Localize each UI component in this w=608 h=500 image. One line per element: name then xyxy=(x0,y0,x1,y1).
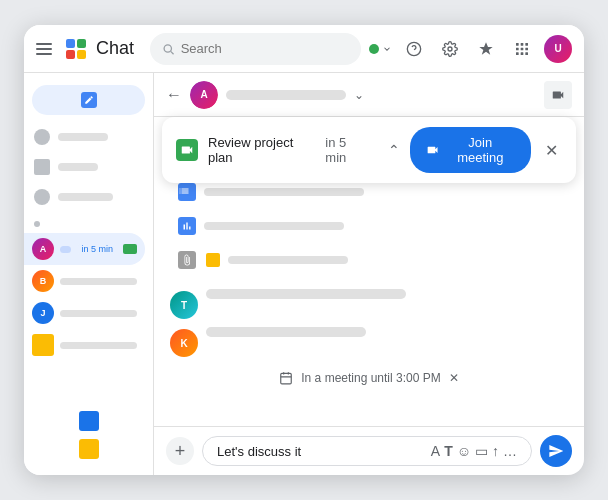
grid-icon[interactable] xyxy=(508,35,536,63)
svg-rect-9 xyxy=(516,43,519,46)
menu-icon[interactable] xyxy=(36,39,56,59)
svg-line-5 xyxy=(171,51,174,54)
chevron-down-icon[interactable]: ⌄ xyxy=(354,88,364,102)
sidebar-chat-item-4[interactable] xyxy=(24,329,145,361)
send-icon xyxy=(548,443,564,459)
status-chevron-icon[interactable] xyxy=(382,44,392,54)
chart-icon xyxy=(178,217,196,235)
message-row-1: T xyxy=(170,289,568,319)
send-button[interactable] xyxy=(540,435,572,467)
messages-area: T K In a meeting until 3:00 PM ✕ xyxy=(154,167,584,426)
message-row-2: K xyxy=(170,327,568,357)
list-icon xyxy=(178,183,196,201)
svg-rect-15 xyxy=(516,52,519,55)
svg-point-8 xyxy=(448,47,452,51)
input-area: + A T ☺ ▭ ↑ … xyxy=(154,426,584,475)
more-icon[interactable]: … xyxy=(503,443,517,459)
message-input-wrap[interactable]: A T ☺ ▭ ↑ … xyxy=(202,436,532,466)
search-icon xyxy=(162,42,175,56)
close-banner-button[interactable]: ✕ xyxy=(541,139,562,162)
svg-rect-3 xyxy=(77,50,86,59)
attachment-row-3 xyxy=(178,247,568,273)
meet-icon xyxy=(123,244,137,254)
chat-area: ← A ⌄ Review project plan in 5 min xyxy=(154,73,584,475)
app-window: Chat U xyxy=(24,25,584,475)
svg-rect-16 xyxy=(521,52,524,55)
sidebar-footer xyxy=(24,403,153,467)
chat-header: ← A ⌄ xyxy=(154,73,584,117)
calendar-icon xyxy=(279,371,293,385)
status-dot xyxy=(369,44,379,54)
svg-rect-1 xyxy=(77,39,86,48)
back-button[interactable]: ← xyxy=(166,86,182,104)
doc-icon xyxy=(206,253,220,267)
message-input[interactable] xyxy=(217,444,425,459)
attach-file-icon xyxy=(178,251,196,269)
spark-icon[interactable] xyxy=(472,35,500,63)
in-meeting-status: In a meeting until 3:00 PM ✕ xyxy=(170,365,568,391)
chat-header-name xyxy=(226,90,346,100)
pencil-icon xyxy=(81,92,97,108)
help-icon[interactable] xyxy=(400,35,428,63)
svg-rect-10 xyxy=(521,43,524,46)
upload-icon[interactable]: ↑ xyxy=(492,443,499,459)
attachment-row-2 xyxy=(178,213,568,239)
sidebar: A in 5 min B J xyxy=(24,73,154,475)
top-bar-actions: U xyxy=(369,35,572,63)
sidebar-chat-item-2[interactable]: B xyxy=(24,265,145,297)
app-logo xyxy=(64,37,88,61)
meeting-banner: Review project plan in 5 min ⌃ Join meet… xyxy=(162,117,576,183)
image-icon[interactable]: ▭ xyxy=(475,443,488,459)
main-content: A in 5 min B J xyxy=(24,73,584,475)
settings-icon[interactable] xyxy=(436,35,464,63)
meeting-status-text: In a meeting until 3:00 PM xyxy=(301,371,440,385)
chat-header-avatar: A xyxy=(190,81,218,109)
app-title: Chat xyxy=(96,38,134,59)
svg-rect-0 xyxy=(66,39,75,48)
meet-footer-icon[interactable] xyxy=(79,439,99,459)
drive-icon[interactable] xyxy=(79,411,99,431)
user-avatar[interactable]: U xyxy=(544,35,572,63)
compose-button[interactable] xyxy=(32,85,145,115)
video-call-icon[interactable] xyxy=(544,81,572,109)
input-row: + A T ☺ ▭ ↑ … xyxy=(166,435,572,467)
sidebar-item-home[interactable] xyxy=(24,123,145,151)
banner-chevron-icon[interactable]: ⌃ xyxy=(388,142,400,158)
svg-rect-14 xyxy=(525,47,528,50)
top-bar: Chat U xyxy=(24,25,584,73)
join-meeting-label: Join meeting xyxy=(446,135,515,165)
svg-point-4 xyxy=(164,44,171,51)
svg-rect-18 xyxy=(281,373,292,384)
emoji-icon[interactable]: ☺ xyxy=(457,443,471,459)
search-input[interactable] xyxy=(181,41,349,56)
sidebar-chat-item-1[interactable]: A in 5 min xyxy=(24,233,145,265)
sidebar-chat-item-3[interactable]: J xyxy=(24,297,145,329)
add-emoji-button[interactable]: + xyxy=(166,437,194,465)
svg-rect-12 xyxy=(516,47,519,50)
svg-rect-17 xyxy=(525,52,528,55)
input-action-icons: A T ☺ ▭ ↑ … xyxy=(431,443,517,459)
svg-rect-2 xyxy=(66,50,75,59)
meeting-badge: in 5 min xyxy=(77,243,117,255)
meet-logo-icon xyxy=(176,139,198,161)
banner-meeting-time: in 5 min xyxy=(325,135,368,165)
svg-rect-11 xyxy=(525,43,528,46)
search-bar[interactable] xyxy=(150,33,361,65)
dm-section xyxy=(24,215,153,233)
join-meeting-button[interactable]: Join meeting xyxy=(410,127,531,173)
sidebar-item-starred[interactable] xyxy=(24,183,145,211)
banner-meeting-title: Review project plan xyxy=(208,135,315,165)
text-format-icon[interactable]: T xyxy=(444,443,453,459)
dismiss-meeting-status[interactable]: ✕ xyxy=(449,371,459,385)
sidebar-nav xyxy=(24,123,153,211)
svg-rect-13 xyxy=(521,47,524,50)
sidebar-item-people[interactable] xyxy=(24,153,145,181)
format-icon[interactable]: A xyxy=(431,443,440,459)
